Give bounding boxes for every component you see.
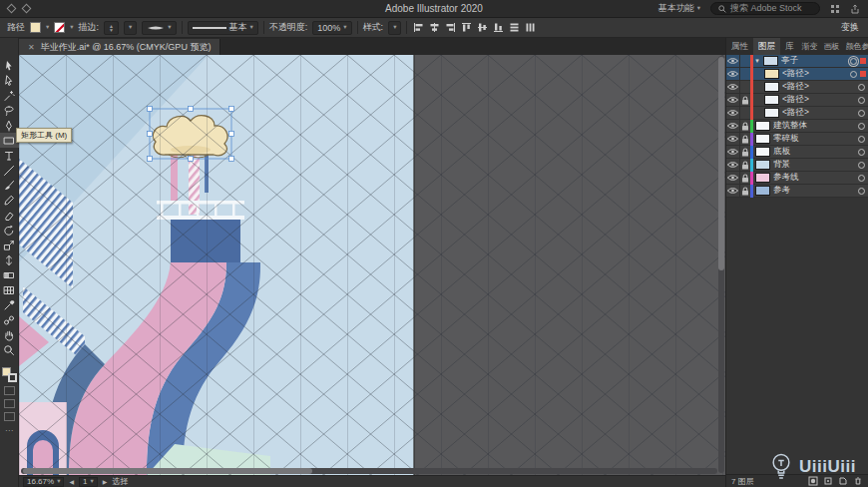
- layer-row[interactable]: 零碎板: [726, 133, 868, 146]
- lock-icon[interactable]: [739, 172, 750, 185]
- visibility-eye-icon[interactable]: [726, 161, 739, 169]
- panel-tab-属性[interactable]: 属性: [726, 38, 753, 55]
- transform-button[interactable]: 变换: [841, 21, 861, 34]
- stroke-weight-dropdown[interactable]: ▾: [124, 21, 137, 35]
- layer-row[interactable]: <路径>: [726, 81, 868, 94]
- layer-thumbnail[interactable]: [755, 160, 770, 170]
- layer-row[interactable]: 参考: [726, 185, 868, 198]
- target-icon[interactable]: [850, 71, 857, 78]
- layer-thumbnail[interactable]: [764, 82, 779, 92]
- edit-toolbar-icon[interactable]: ⋯: [5, 426, 13, 435]
- fill-stroke-indicator[interactable]: [2, 367, 17, 382]
- lock-icon[interactable]: [739, 146, 750, 159]
- layer-row[interactable]: 参考线: [726, 172, 868, 185]
- visibility-eye-icon[interactable]: [726, 148, 739, 156]
- blend-tool[interactable]: [0, 312, 19, 327]
- previous-artboard-button[interactable]: ◀: [69, 478, 74, 485]
- visibility-eye-icon[interactable]: [726, 187, 739, 195]
- horizontal-scrollbar[interactable]: [21, 468, 717, 474]
- align-center-icon[interactable]: [428, 21, 441, 34]
- target-icon[interactable]: [858, 110, 865, 117]
- paintbrush-tool[interactable]: [0, 178, 19, 193]
- target-icon[interactable]: [850, 58, 857, 65]
- visibility-eye-icon[interactable]: [726, 57, 739, 65]
- layer-thumbnail[interactable]: [755, 173, 770, 183]
- share-icon[interactable]: [850, 4, 860, 14]
- visibility-eye-icon[interactable]: [726, 122, 739, 130]
- lock-toggle[interactable]: [739, 68, 750, 81]
- target-icon[interactable]: [858, 162, 865, 169]
- document-tab[interactable]: ✕ 毕业作业.ai* @ 16.67% (CMYK/GPU 预览): [19, 39, 220, 55]
- draw-behind-mode-button[interactable]: [4, 399, 15, 408]
- align-middle-icon[interactable]: [476, 21, 489, 34]
- workspace-switcher[interactable]: 基本功能▾: [658, 2, 700, 15]
- fill-color-swatch[interactable]: [30, 22, 41, 33]
- eyedropper-tool[interactable]: [0, 297, 19, 312]
- visibility-eye-icon[interactable]: [726, 135, 739, 143]
- rotate-tool[interactable]: [0, 223, 19, 238]
- opacity-dropdown[interactable]: 100%▾: [312, 21, 351, 35]
- hand-tool[interactable]: [0, 327, 19, 342]
- visibility-eye-icon[interactable]: [726, 174, 739, 182]
- distribute-vertical-icon[interactable]: [508, 21, 521, 34]
- align-right-icon[interactable]: [444, 21, 457, 34]
- style-dropdown[interactable]: ▾: [388, 21, 401, 35]
- layer-row[interactable]: <路径>: [726, 94, 868, 107]
- target-icon[interactable]: [858, 123, 865, 130]
- align-left-icon[interactable]: [412, 21, 425, 34]
- lock-toggle[interactable]: [739, 107, 750, 120]
- visibility-eye-icon[interactable]: [726, 96, 739, 104]
- visibility-eye-icon[interactable]: [726, 109, 739, 117]
- layer-row[interactable]: <路径>: [726, 68, 868, 81]
- mesh-tool[interactable]: [0, 282, 19, 297]
- target-icon[interactable]: [858, 84, 865, 91]
- panel-tab-图层[interactable]: 图层: [753, 38, 780, 55]
- target-icon[interactable]: [858, 97, 865, 104]
- target-icon[interactable]: [858, 175, 865, 182]
- lock-icon[interactable]: [739, 94, 750, 107]
- home-icon[interactable]: [22, 4, 32, 14]
- layer-thumbnail[interactable]: [755, 147, 770, 157]
- artboard-number-dropdown[interactable]: 1▾: [79, 477, 98, 487]
- pencil-tool[interactable]: [0, 193, 19, 208]
- gradient-tool[interactable]: [0, 267, 19, 282]
- stroke-proxy[interactable]: [8, 373, 17, 382]
- stock-search-input[interactable]: 搜索 Adobe Stock: [710, 2, 820, 15]
- visibility-eye-icon[interactable]: [726, 70, 739, 78]
- panel-tab-渐变[interactable]: 渐变: [799, 38, 821, 55]
- layer-row[interactable]: ▼ 亭子: [726, 55, 868, 68]
- scale-tool[interactable]: [0, 238, 19, 252]
- apps-grid-icon[interactable]: [830, 4, 840, 14]
- panel-tab-颜色参[interactable]: 颜色参: [843, 38, 868, 55]
- layer-row[interactable]: 底板: [726, 146, 868, 159]
- eraser-tool[interactable]: [0, 208, 19, 223]
- line-segment-tool[interactable]: [0, 163, 19, 178]
- stroke-weight-stepper[interactable]: ▲▼: [104, 21, 119, 35]
- selection-tool[interactable]: [0, 58, 19, 73]
- width-profile-dropdown[interactable]: ▾: [142, 21, 176, 35]
- panel-tab-画板[interactable]: 画板: [821, 38, 843, 55]
- close-icon[interactable]: ✕: [28, 43, 35, 52]
- next-artboard-button[interactable]: ▶: [103, 478, 108, 485]
- width-tool[interactable]: [0, 252, 19, 267]
- layer-row[interactable]: <路径>: [726, 107, 868, 120]
- distribute-horizontal-icon[interactable]: [524, 21, 537, 34]
- lock-toggle[interactable]: [739, 81, 750, 94]
- type-tool[interactable]: [0, 148, 19, 163]
- magic-wand-tool[interactable]: [0, 88, 19, 103]
- layer-row[interactable]: 背景: [726, 159, 868, 172]
- layer-row[interactable]: 建筑整体: [726, 120, 868, 133]
- lock-icon[interactable]: [739, 185, 750, 198]
- draw-normal-mode-button[interactable]: [4, 386, 15, 395]
- lock-icon[interactable]: [739, 133, 750, 146]
- direct-selection-tool[interactable]: [0, 73, 19, 88]
- lock-icon[interactable]: [739, 120, 750, 133]
- align-bottom-icon[interactable]: [492, 21, 505, 34]
- layer-thumbnail[interactable]: [755, 121, 770, 131]
- lasso-tool[interactable]: [0, 103, 19, 118]
- target-icon[interactable]: [858, 149, 865, 156]
- zoom-tool[interactable]: [0, 342, 19, 357]
- draw-inside-mode-button[interactable]: [4, 412, 15, 421]
- expand-chevron-icon[interactable]: ▼: [753, 58, 761, 64]
- vertical-scrollbar[interactable]: [718, 56, 724, 473]
